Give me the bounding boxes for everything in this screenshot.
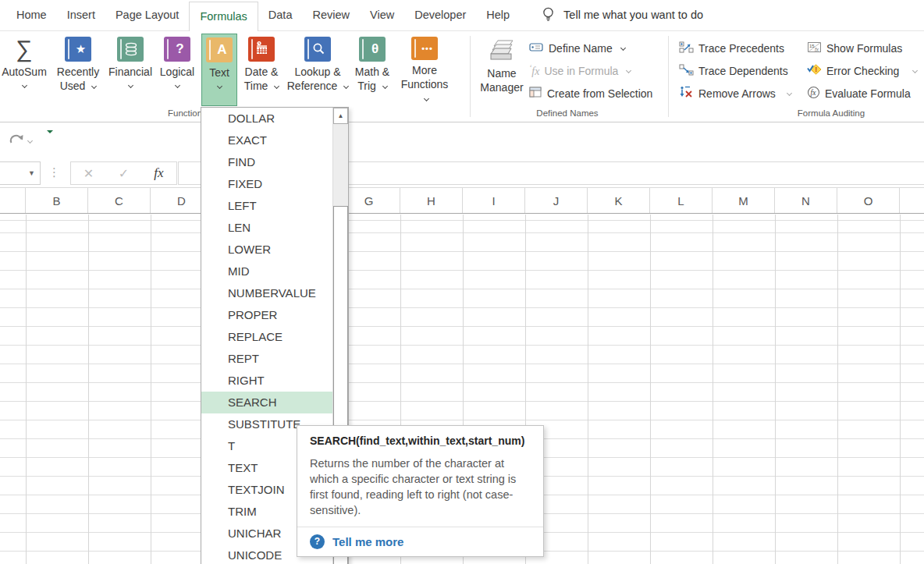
name-manager-button[interactable]: Name Manager — [476, 34, 528, 106]
tab-developer[interactable]: Developer — [404, 0, 476, 30]
dropdown-item[interactable]: FIXED — [201, 173, 332, 195]
tooltip-title: SEARCH(find_text,within_text,start_num) — [310, 435, 531, 447]
recently-used-icon: ★ — [65, 37, 91, 62]
more-functions-icon: ••• — [411, 37, 438, 60]
create-from-selection-label: Create from Selection — [547, 87, 652, 100]
column-header[interactable]: L — [650, 188, 713, 214]
dropdown-item[interactable]: EXACT — [201, 129, 332, 151]
redo-button[interactable] — [8, 132, 25, 149]
trace-dependents-label: Trace Dependents — [698, 65, 788, 77]
scroll-up-icon: ▲ — [338, 112, 344, 119]
remove-arrows-icon — [679, 86, 694, 101]
column-header[interactable]: O — [837, 188, 900, 214]
quick-access-row — [0, 123, 924, 161]
math-trig-button[interactable]: θ Math & Trig — [350, 34, 395, 106]
column-header[interactable]: J — [525, 188, 588, 214]
tab-review[interactable]: Review — [302, 0, 360, 30]
name-box[interactable]: ▼ — [0, 161, 41, 185]
text-icon: A — [206, 37, 233, 62]
show-formulas-icon: 15 fx — [807, 41, 822, 55]
dropdown-item[interactable]: FIND — [201, 151, 332, 173]
chevron-down-icon — [912, 68, 918, 73]
column-header[interactable]: I — [463, 188, 525, 214]
lookup-reference-button[interactable]: Lookup & Reference — [286, 34, 350, 106]
trace-dependents-icon — [679, 64, 694, 78]
dropdown-item[interactable]: LEN — [201, 217, 332, 239]
column-header[interactable]: A — [0, 188, 26, 214]
dropdown-item[interactable]: REPLACE — [201, 326, 332, 348]
tab-home[interactable]: Home — [6, 0, 57, 30]
tell-me-box[interactable]: Tell me what you want to do — [542, 0, 703, 30]
tab-data[interactable]: Data — [258, 0, 303, 30]
column-header[interactable]: B — [26, 188, 88, 214]
define-name-button[interactable]: Define Name — [529, 37, 625, 59]
tell-me-more-label: Tell me more — [332, 535, 403, 548]
dropdown-item[interactable]: RIGHT — [201, 370, 332, 392]
lightbulb-icon — [542, 6, 555, 23]
use-in-formula-icon: ‘fx — [529, 63, 539, 78]
dropdown-item[interactable]: PROPER — [201, 304, 332, 326]
dropdown-item[interactable]: LOWER — [201, 239, 332, 261]
column-header[interactable]: M — [713, 188, 775, 214]
remove-arrows-label: Remove Arrows — [698, 87, 776, 100]
create-from-selection-button[interactable]: Create from Selection — [529, 83, 652, 104]
tab-view[interactable]: View — [360, 0, 404, 30]
recently-used-button[interactable]: ★ Recently Used — [48, 34, 108, 106]
svg-text:fx: fx — [811, 89, 817, 97]
dropdown-item[interactable]: MID — [201, 261, 332, 282]
more-functions-button[interactable]: ••• More Functions — [395, 34, 454, 106]
column-header[interactable]: P — [900, 188, 924, 214]
logical-label: Logical — [160, 66, 194, 78]
dropdown-item[interactable]: DOLLAR — [201, 108, 332, 129]
chevron-down-icon — [127, 83, 133, 88]
remove-arrows-button[interactable]: Remove Arrows — [679, 83, 791, 104]
date-time-button[interactable]: Date & Time — [237, 34, 286, 106]
tab-insert[interactable]: Insert — [57, 0, 105, 30]
use-in-formula-button[interactable]: ‘fx Use in Formula — [529, 60, 631, 81]
logical-button[interactable]: ? Logical — [153, 34, 201, 106]
cancel-button[interactable]: ✕ — [71, 166, 106, 181]
tab-formulas[interactable]: Formulas — [189, 2, 258, 31]
error-checking-button[interactable]: ! Error Checking — [807, 60, 917, 81]
redo-chevron-icon[interactable] — [27, 138, 33, 144]
chevron-down-icon — [216, 83, 222, 89]
customize-quick-access-button[interactable] — [47, 133, 56, 147]
tab-help[interactable]: Help — [476, 0, 520, 30]
more-functions-label: More Functions — [401, 64, 449, 90]
chevron-down-icon — [620, 45, 626, 51]
formula-bar-resize-handle[interactable]: ⋮ — [48, 161, 59, 185]
chevron-down-icon — [424, 96, 429, 101]
svg-text:!: ! — [815, 66, 817, 73]
trace-dependents-button[interactable]: Trace Dependents — [679, 60, 788, 81]
name-box-dropdown-icon[interactable]: ▼ — [28, 169, 35, 177]
enter-button[interactable]: ✓ — [106, 166, 141, 181]
trace-precedents-label: Trace Precedents — [698, 42, 784, 55]
tell-me-label: Tell me what you want to do — [563, 0, 703, 30]
dropdown-item[interactable]: SEARCH — [201, 392, 332, 413]
chevron-down-icon — [382, 83, 388, 89]
show-formulas-button[interactable]: 15 fx Show Formulas — [807, 37, 902, 59]
insert-function-button[interactable]: fx — [141, 165, 176, 181]
trace-precedents-button[interactable]: Trace Precedents — [679, 37, 784, 59]
autosum-button[interactable]: ∑ AutoSum — [0, 34, 48, 106]
scrollbar-up-button[interactable]: ▲ — [333, 108, 348, 124]
tooltip-divider — [297, 527, 543, 527]
text-button[interactable]: A Text — [201, 34, 237, 106]
column-header[interactable]: N — [775, 188, 837, 214]
column-header[interactable]: C — [88, 188, 151, 214]
sigma-icon: ∑ — [16, 37, 32, 62]
autosum-label: AutoSum — [2, 66, 47, 78]
dropdown-item[interactable]: LEFT — [201, 195, 332, 217]
svg-text:fx: fx — [815, 46, 819, 51]
column-header[interactable]: H — [400, 188, 463, 214]
chevron-down-icon — [274, 83, 279, 89]
financial-button[interactable]: Financial — [108, 34, 153, 106]
tell-me-more-link[interactable]: ? Tell me more — [310, 534, 531, 549]
evaluate-formula-button[interactable]: fx Evaluate Formula — [807, 83, 911, 104]
dropdown-item[interactable]: NUMBERVALUE — [201, 282, 332, 304]
financial-label: Financial — [108, 66, 152, 78]
defined-names-group-label: Defined Names — [509, 108, 626, 118]
dropdown-item[interactable]: REPT — [201, 348, 332, 370]
column-header[interactable]: K — [588, 188, 650, 214]
tab-page-layout[interactable]: Page Layout — [105, 0, 189, 30]
